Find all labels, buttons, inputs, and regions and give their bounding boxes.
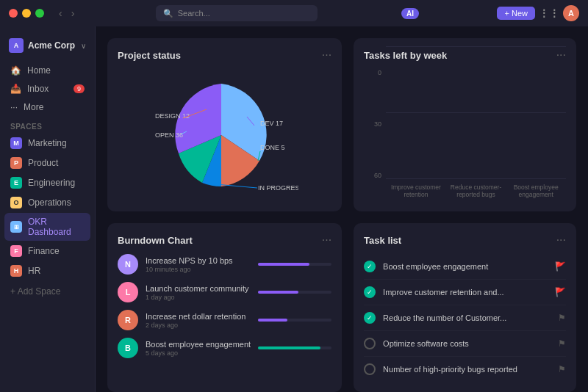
close-button[interactable]: [9, 9, 18, 18]
burndown-time-2: 1 day ago: [146, 294, 251, 301]
task-item-5[interactable]: Number of high-priority bugs reported ⚑: [364, 357, 566, 382]
svg-text:DESIGN 12: DESIGN 12: [155, 112, 190, 120]
forward-button[interactable]: ›: [68, 6, 78, 21]
burndown-item-2: L Launch customer community 1 day ago: [118, 282, 331, 302]
add-space-button[interactable]: + Add Space: [0, 283, 95, 300]
task-list-card: Task list ··· ✓ Boost employee engagemen…: [354, 223, 576, 392]
ai-badge[interactable]: AI: [401, 8, 419, 19]
burndown-track-4: [258, 346, 331, 349]
engineering-dot: E: [10, 177, 22, 189]
grid-line-top: [386, 46, 566, 47]
task-list: ✓ Boost employee engagement 🚩 ✓ Improve …: [364, 254, 566, 382]
maximize-button[interactable]: [35, 9, 44, 18]
add-space-label: + Add Space: [10, 286, 60, 297]
hr-dot: H: [10, 265, 22, 277]
finance-label: Finance: [28, 246, 60, 256]
bar-chart: 60 30 0: [364, 69, 566, 201]
workspace-header[interactable]: A Acme Corp ∨: [0, 34, 95, 57]
sidebar-item-operations[interactable]: O Operations: [4, 193, 90, 212]
new-button[interactable]: + New: [497, 7, 535, 20]
task-check-3: ✓: [364, 312, 376, 324]
tasks-left-card: Tasks left by week ··· 60 30 0: [354, 38, 576, 211]
x-label-3: Boost employee engagement: [506, 181, 566, 201]
burndown-fill-4: [258, 346, 320, 349]
burndown-avatar-1: N: [118, 254, 138, 275]
inbox-badge: 9: [74, 84, 85, 93]
svg-text:DONE 5: DONE 5: [260, 144, 285, 151]
task-item-2[interactable]: ✓ Improve customer retention and... 🚩: [364, 280, 566, 305]
hr-label: HR: [28, 266, 40, 276]
search-bar[interactable]: 🔍 Search...: [156, 5, 318, 21]
burndown-avatar-4: B: [118, 338, 138, 358]
task-item-1[interactable]: ✓ Boost employee engagement 🚩: [364, 254, 566, 280]
spaces-label: Spaces: [0, 117, 95, 134]
task-item-3[interactable]: ✓ Reduce the number of Customer... ⚑: [364, 305, 566, 331]
burndown-list: N Increase NPS by 10 bps 10 minutes ago …: [118, 254, 331, 358]
task-item-4[interactable]: Optimize software costs ⚑: [364, 331, 566, 357]
product-dot: P: [10, 157, 22, 169]
home-icon: 🏠: [10, 65, 21, 76]
bar-x-labels: Improve customer retention Reduce custom…: [386, 181, 566, 201]
svg-text:DEV 17: DEV 17: [260, 120, 283, 127]
sidebar-item-home-label: Home: [27, 65, 51, 76]
sidebar-item-finance[interactable]: F Finance: [4, 242, 90, 261]
burndown-more[interactable]: ···: [322, 233, 331, 247]
sidebar-item-hr[interactable]: H HR: [4, 261, 90, 280]
burndown-info-1: Increase NPS by 10 bps 10 minutes ago: [146, 256, 251, 273]
task-name-3: Reduce the number of Customer...: [383, 313, 551, 322]
minimize-button[interactable]: [22, 9, 31, 18]
task-flag-2: 🚩: [555, 287, 566, 297]
burndown-title: Burndown Chart: [118, 235, 193, 246]
burndown-fill-2: [258, 291, 298, 294]
task-check-2: ✓: [364, 286, 376, 298]
avatar[interactable]: A: [563, 5, 579, 21]
burndown-name-3: Increase net dollar retention: [146, 312, 251, 321]
sidebar-item-home[interactable]: 🏠 Home: [4, 62, 90, 79]
search-placeholder: Search...: [178, 9, 210, 18]
burndown-name-1: Increase NPS by 10 bps: [146, 256, 251, 265]
sidebar-item-product[interactable]: P Product: [4, 153, 90, 173]
task-list-more[interactable]: ···: [556, 233, 566, 247]
project-status-more[interactable]: ···: [322, 48, 331, 62]
task-name-2: Improve customer retention and...: [383, 288, 548, 297]
pie-chart: DEV 17 DONE 5 IN PROGRESS 5 OPEN 36 DESI…: [118, 69, 331, 201]
burndown-name-2: Launch customer community: [146, 284, 251, 293]
okr-label: OKR Dashboard: [28, 217, 85, 237]
sidebar-item-more[interactable]: ··· More: [4, 98, 90, 116]
sidebar-item-more-label: More: [24, 102, 43, 112]
sidebar-item-inbox[interactable]: 📥 Inbox 9: [4, 80, 90, 98]
burndown-card: Burndown Chart ··· N Increase NPS by 10 …: [107, 223, 342, 392]
engineering-label: Engineering: [28, 178, 75, 188]
operations-dot: O: [10, 197, 22, 208]
sidebar-item-okr[interactable]: ⊞ OKR Dashboard: [4, 213, 90, 241]
sidebar-item-inbox-label: Inbox: [27, 84, 49, 94]
operations-label: Operations: [28, 197, 71, 208]
svg-text:OPEN 36: OPEN 36: [155, 131, 183, 139]
back-button[interactable]: ‹: [56, 6, 65, 21]
burndown-time-1: 10 minutes ago: [146, 266, 251, 273]
grid-line-mid: [386, 112, 566, 113]
marketing-dot: M: [10, 137, 22, 149]
sidebar-item-engineering[interactable]: E Engineering: [4, 173, 90, 192]
burndown-track-3: [258, 319, 331, 322]
project-status-card: Project status ···: [107, 38, 342, 211]
okr-dot: ⊞: [10, 221, 22, 233]
bar-y-axis: 60 30 0: [364, 69, 384, 179]
burndown-avatar-3: R: [118, 310, 138, 330]
task-check-4: [364, 338, 376, 349]
y-label-0: 0: [364, 69, 384, 76]
app-body: A Acme Corp ∨ 🏠 Home 📥 Inbox 9 ··· More …: [0, 26, 588, 392]
sidebar-item-marketing[interactable]: M Marketing: [4, 134, 90, 153]
y-label-30: 30: [364, 120, 384, 128]
chevron-down-icon: ∨: [81, 42, 86, 50]
tasks-left-title: Tasks left by week: [364, 50, 447, 61]
traffic-lights: [9, 9, 44, 18]
tasks-left-more[interactable]: ···: [556, 48, 566, 62]
product-label: Product: [28, 158, 58, 168]
grid-icon[interactable]: ⋮⋮: [541, 5, 557, 21]
spaces-nav: M Marketing P Product E Engineering O Op…: [0, 134, 95, 281]
bar-chart-area: 60 30 0: [364, 69, 566, 201]
burndown-bar-3: [258, 319, 331, 322]
burndown-info-2: Launch customer community 1 day ago: [146, 284, 251, 301]
burndown-item-4: B Boost employee engagement 5 days ago: [118, 338, 331, 358]
